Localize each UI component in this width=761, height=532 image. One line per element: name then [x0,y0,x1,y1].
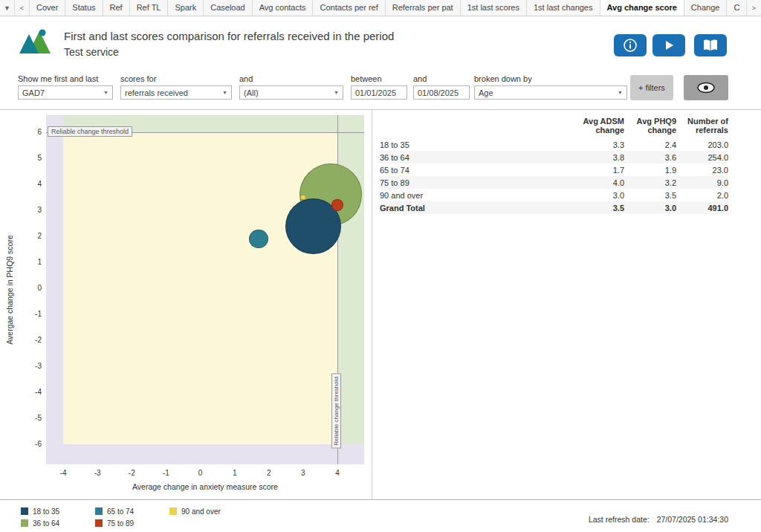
tab-bar: ▼ < CoverStatusRefRef TLSparkCaseloadAvg… [0,0,761,16]
filter-label: and [413,74,470,83]
legend-item-65-to-74[interactable]: 65 to 74 [95,507,169,516]
filter-value: referrals received [125,88,219,97]
legend-item-90-and-over[interactable]: 90 and over [169,507,244,516]
table-row-grand-total[interactable]: Grand Total3.53.0491.0 [378,201,728,214]
filter-value: 01/01/2025 [355,88,403,97]
tab-status[interactable]: Status [65,0,103,16]
filter-group-broken-down-by-5: broken down byAge▼ [474,74,627,100]
legend-label: 65 to 74 [107,507,134,516]
cell-value: 4.0 [572,178,624,187]
filter-group-between-3: between01/01/2025 [351,74,407,100]
tab-change[interactable]: Change [684,0,728,16]
table-row-65-to-74[interactable]: 65 to 741.71.923.0 [378,163,728,176]
filter-gad7-select[interactable]: GAD7▼ [18,85,113,100]
legend-item-18-to-35[interactable]: 18 to 35 [21,507,95,516]
app-logo [19,28,54,58]
info-button[interactable] [614,34,647,56]
legend-item-36-to-64[interactable]: 36 to 64 [21,519,95,528]
row-label: 75 to 89 [378,178,572,187]
x-tick-label: -1 [155,469,177,477]
tab-menu-button[interactable]: ▼ [0,0,15,16]
cell-value: 23.0 [676,166,728,175]
tab-scroll-left-button[interactable]: < [15,0,30,16]
table-row-36-to-64[interactable]: 36 to 643.83.6254.0 [378,151,728,163]
legend-label: 36 to 64 [33,519,59,528]
filter-group-and-2: and(All)▼ [239,74,343,100]
filter-label: scores for [120,74,232,83]
chevron-down-icon: ▼ [618,90,623,95]
bubble-90-and-over[interactable] [300,195,305,200]
region-reliable-deterioration-x [46,115,63,464]
tab-avg-change-score[interactable]: Avg change score [600,0,684,16]
filter-01-08-2025-input[interactable]: 01/08/2025 [413,85,470,100]
filter-referrals-received-select[interactable]: referrals received▼ [120,85,232,100]
cell-value: 254.0 [676,153,728,162]
tab-cover[interactable]: Cover [30,0,65,16]
x-axis-title: Average change in anxiety measure score [46,482,364,491]
table-row-90-and-over[interactable]: 90 and over3.03.52.0 [378,189,728,201]
eye-icon [696,82,716,94]
cell-value: 2.0 [676,191,728,200]
guide-button[interactable] [694,34,727,56]
cell-value: 3.2 [624,178,676,187]
legend-item-75-to-89[interactable]: 75 to 89 [95,519,169,528]
region-reliable-deterioration-y [46,444,364,464]
cell-value: 1.7 [572,166,624,175]
filter-age-select[interactable]: Age▼ [474,85,627,100]
logo-icon [19,28,54,55]
tab-referrals-per-pat[interactable]: Referrals per pat [386,0,461,16]
summary-table: Avg ADSM changeAvg PHQ9 changeNumber of … [378,113,728,214]
column-header-avg-phq9-change: Avg PHQ9 change [624,117,676,135]
header: First and last scores comparison for ref… [0,16,761,68]
y-tick-label: 2 [18,232,42,240]
y-tick-label: 1 [18,258,42,266]
chevron-down-icon: ▼ [334,90,339,95]
y-tick-label: -5 [18,414,42,422]
page-title: First and last scores comparison for ref… [64,30,394,42]
play-button[interactable] [652,34,685,56]
tab-caseload[interactable]: Caseload [204,0,252,16]
last-refresh: Last refresh date:27/07/2025 01:34:30 [589,515,728,524]
bubble-75-to-89[interactable] [331,199,343,211]
cell-value: 3.5 [624,191,676,200]
y-tick-label: -6 [18,440,42,448]
reliable-change-threshold-label: Reliable change threshold [48,126,132,137]
filter-group-show-me-first-and-last-0: Show me first and lastGAD7▼ [18,74,113,100]
bubble-chart: Reliable change thresholdReliable change… [0,110,372,499]
add-filters-button[interactable]: + filters [630,75,673,100]
tab-c[interactable]: C [727,0,746,16]
filter-01-01-2025-input[interactable]: 01/01/2025 [351,85,407,100]
chevron-left-icon: < [20,4,24,12]
cell-value: 3.6 [624,153,676,162]
filter-label: and [239,74,343,83]
y-tick-label: 3 [18,206,42,214]
summary-table-panel: Avg ADSM changeAvg PHQ9 changeNumber of … [372,110,761,499]
table-row-75-to-89[interactable]: 75 to 894.03.29.0 [378,176,728,189]
x-tick-label: -2 [120,469,143,477]
x-tick-label: 2 [258,469,280,477]
column-header-number-of-referrals: Number of referrals [676,117,728,135]
cell-value: 491.0 [676,204,728,213]
filter-all-select[interactable]: (All)▼ [239,85,343,100]
tab-scroll-right-button[interactable]: > [746,0,761,16]
tab-spark[interactable]: Spark [168,0,204,16]
cell-value: 2.4 [624,140,676,149]
table-row-18-to-35[interactable]: 18 to 353.32.4203.0 [378,138,728,151]
bubble-65-to-74[interactable] [249,230,268,248]
x-tick-label: -3 [86,469,109,477]
show-hide-button[interactable] [684,75,728,100]
row-label: 36 to 64 [378,153,572,162]
y-tick-label: -4 [18,388,42,396]
cell-value: 9.0 [676,178,728,187]
tab-1st-last-changes[interactable]: 1st last changes [527,0,600,16]
tab-contacts-per-ref[interactable]: Contacts per ref [313,0,385,16]
legend-swatch [169,507,177,515]
cell-value: 3.0 [624,204,676,213]
tab-ref-tl[interactable]: Ref TL [130,0,169,16]
book-icon [703,39,718,51]
tab-ref[interactable]: Ref [103,0,130,16]
tab-avg-contacts[interactable]: Avg contacts [253,0,314,16]
tab-1st-last-scores[interactable]: 1st last scores [461,0,527,16]
legend-swatch [95,507,103,515]
legend-label: 18 to 35 [33,507,59,516]
